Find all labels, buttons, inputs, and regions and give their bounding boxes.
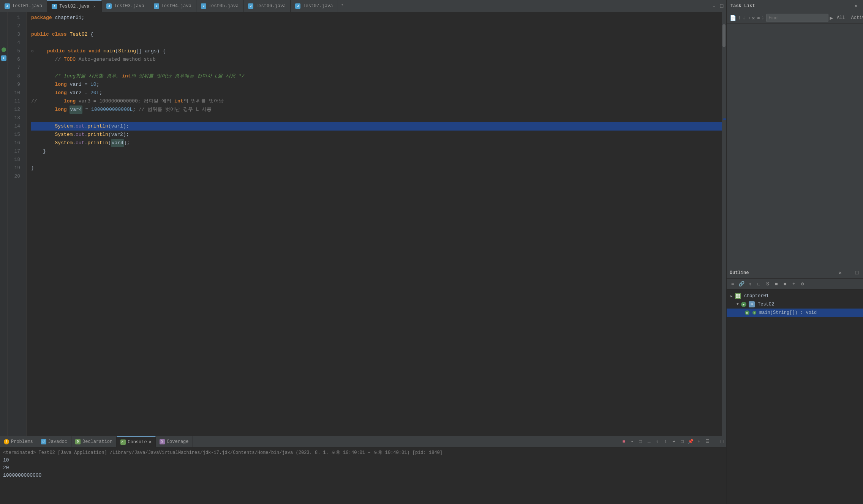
tab-declaration[interactable]: D Declaration xyxy=(71,436,117,447)
running-indicator: ▶ xyxy=(741,302,746,307)
javadoc-icon: @ xyxy=(41,439,46,444)
tab-test03[interactable]: J Test03.java xyxy=(102,0,149,12)
collapse-all-button[interactable]: ≡ xyxy=(729,280,737,288)
line-numbers: 1 2 3 4 5 6 7 8 9 10 11 12 13 14 15 16 1 xyxy=(8,12,27,436)
editor-scrollbar[interactable] xyxy=(722,12,726,436)
fold-indicator[interactable]: ⊖ xyxy=(31,47,34,55)
code-line-14: System.out.println(var1); xyxy=(31,122,722,131)
tab-test05[interactable]: J Test05.java xyxy=(196,0,243,12)
tab-test02[interactable]: J Test02.java ✕ xyxy=(47,0,102,12)
package-chevron: ▶ xyxy=(730,294,733,298)
ide-window: J Test01.java J Test02.java ✕ J Test03.j… xyxy=(0,0,863,504)
class-name: Test02 xyxy=(70,30,87,39)
code-line-12: long var4 = 1000000000000L; // 범위를 벗어난 경… xyxy=(31,106,722,114)
word-wrap-button[interactable]: ↩ xyxy=(670,438,678,446)
line-num-5: 5 xyxy=(8,47,23,55)
new-task-button[interactable]: 📄 xyxy=(730,14,736,22)
task-up-button[interactable]: ↑ xyxy=(738,14,741,22)
tab-declaration-label: Declaration xyxy=(82,439,112,444)
show-nonpublic-button[interactable]: ■ xyxy=(773,280,780,288)
line-num-14: 14 xyxy=(8,122,23,131)
right-panel: 📄 ↑ ↓ → ✕ ⌫ ↕ ▶ All Activate... ▼ ⚙ xyxy=(726,12,863,504)
line-num-16: 16 xyxy=(8,139,23,147)
warning-marker: i xyxy=(1,55,6,61)
terminate-button[interactable]: ▪ xyxy=(628,438,636,446)
task-filter-all[interactable]: All xyxy=(835,14,847,22)
close-console-button[interactable]: ✕ xyxy=(149,439,152,445)
close-task-list-button[interactable]: ✕ xyxy=(853,3,859,9)
warning-icon: ! xyxy=(4,439,9,444)
scroll-to-bottom-button[interactable]: ⇩ xyxy=(662,438,669,446)
code-line-20 xyxy=(31,172,722,181)
tab-console[interactable]: >_ Console ✕ xyxy=(117,436,156,447)
java-file-icon: J xyxy=(201,3,206,9)
task-filter-activate[interactable]: Activate... ▼ xyxy=(849,14,863,22)
editor-content: i xyxy=(0,12,726,436)
stop-button[interactable]: ■ xyxy=(620,438,627,446)
task-filter-activate-label: Activate... xyxy=(851,15,863,20)
close-tab-button[interactable]: ✕ xyxy=(92,4,97,9)
show-static-button[interactable]: S xyxy=(764,280,771,288)
task-filter-all-label: All xyxy=(837,15,845,20)
outline-item-package[interactable]: ▶ chapter01 xyxy=(727,292,863,300)
expand-all-button[interactable]: + xyxy=(790,280,798,288)
outline-item-method[interactable]: m s main(String[]) : void xyxy=(727,309,863,317)
sort-button[interactable]: ⇕ xyxy=(746,280,754,288)
java-file-icon: J xyxy=(106,3,112,9)
minimize-button[interactable]: – xyxy=(711,3,717,9)
scroll-to-top-button[interactable]: ⇧ xyxy=(653,438,661,446)
scrollbar-highlight xyxy=(723,118,726,120)
code-editor[interactable]: package chapter01; public class Test02 {… xyxy=(27,12,722,436)
tab-test06[interactable]: J Test06.java xyxy=(243,0,291,12)
console-scroll-lock-button[interactable]: ⎵ xyxy=(645,438,653,446)
close-outline-button[interactable]: ✕ xyxy=(837,270,843,276)
console-line-2: 20 xyxy=(3,464,723,472)
gutter-row-2 xyxy=(0,20,7,29)
task-goto-button[interactable]: → xyxy=(747,14,750,22)
tab-test04[interactable]: J Test04.java xyxy=(149,0,196,12)
tab-javadoc[interactable]: @ Javadoc xyxy=(37,436,71,447)
tab-test01[interactable]: J Test01.java xyxy=(0,0,47,12)
tab-label: Test04.java xyxy=(161,3,191,9)
fold-marker[interactable] xyxy=(2,47,6,52)
line-num-12: 12 xyxy=(8,106,23,114)
maximize-outline-button[interactable]: □ xyxy=(854,270,860,276)
keyword-package: package xyxy=(31,14,52,22)
minimize-outline-button[interactable]: – xyxy=(846,270,852,276)
code-line-19: } xyxy=(31,164,722,172)
pin-button[interactable]: 📌 xyxy=(687,438,694,446)
maximize-bottom-button[interactable]: □ xyxy=(719,439,725,445)
tab-coverage[interactable]: % Coverage xyxy=(156,436,193,447)
remove-launched-button[interactable]: □ xyxy=(637,438,644,446)
tab-problems-label: Problems xyxy=(11,439,33,444)
code-line-6: // TODO Auto-generated method stub xyxy=(31,55,722,64)
code-line-10: long var2 = 20L; xyxy=(31,89,722,97)
category-button[interactable]: ■ xyxy=(781,280,789,288)
new-console-button[interactable]: + xyxy=(695,438,703,446)
show-fields-button[interactable]: ☐ xyxy=(755,280,763,288)
restore-button[interactable]: □ xyxy=(719,3,725,9)
link-with-editor-button[interactable]: 🔗 xyxy=(738,280,745,288)
layout-button[interactable]: ☰ xyxy=(703,438,711,446)
minimize-bottom-button[interactable]: – xyxy=(712,439,718,445)
task-down-button[interactable]: ↓ xyxy=(742,14,745,22)
tab-test07[interactable]: J Test07.java xyxy=(291,0,338,12)
task-delete-all-button[interactable]: ⌫ xyxy=(757,14,760,22)
code-line-16: System.out.println(var4); xyxy=(31,139,722,147)
task-collapse-button[interactable]: ↕ xyxy=(761,14,764,22)
open-console-button[interactable]: □ xyxy=(678,438,686,446)
task-search-input[interactable] xyxy=(766,14,828,22)
outline-settings-button[interactable]: ⚙ xyxy=(799,280,806,288)
svg-rect-0 xyxy=(736,294,738,296)
outline-item-class[interactable]: ▼ ▶ C Test02 xyxy=(727,300,863,309)
task-search-next-button[interactable]: ▶ xyxy=(830,14,833,22)
task-delete-button[interactable]: ✕ xyxy=(752,14,755,22)
outline-header: Outline ✕ – □ xyxy=(727,267,863,279)
scrollbar-thumb[interactable] xyxy=(722,24,725,47)
code-line-8: /* long형을 사용할 경우, int의 범위를 벗어난 경우에는 접미사 … xyxy=(31,72,722,80)
tab-overflow[interactable]: ⁵ xyxy=(338,3,347,9)
java-file-icon: J xyxy=(52,4,57,9)
svg-rect-3 xyxy=(738,296,740,298)
console-line-1: 10 xyxy=(3,457,723,464)
tab-problems[interactable]: ! Problems xyxy=(0,436,37,447)
